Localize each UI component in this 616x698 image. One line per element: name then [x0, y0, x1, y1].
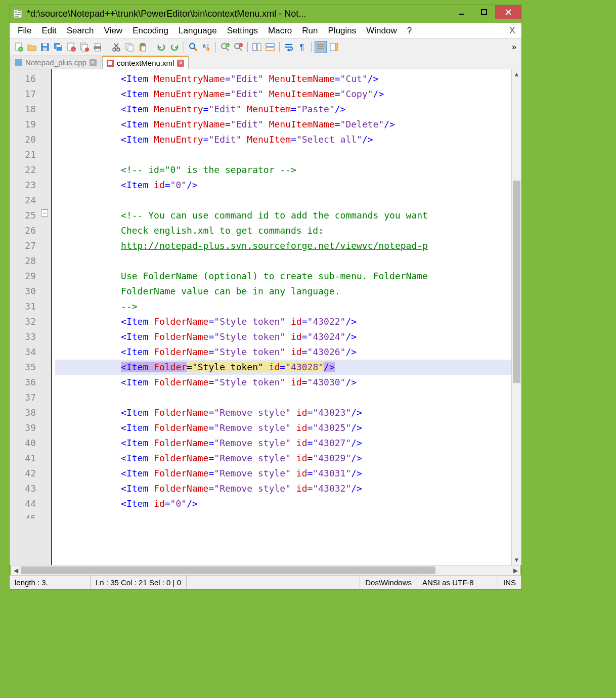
svg-text:a: a	[203, 43, 206, 49]
status-bar: length : 3. Ln : 35 Col : 21 Sel : 0 | 0…	[10, 575, 521, 589]
menu-window[interactable]: Window	[361, 24, 402, 38]
code-content[interactable]: <Item MenuEntryName="Edit" MenuItemName=…	[52, 69, 511, 565]
svg-point-24	[113, 48, 116, 51]
svg-rect-22	[95, 43, 100, 47]
vertical-scrollbar[interactable]: ▲ ▼	[511, 69, 521, 565]
tab-label: Notepad_plus.cpp	[25, 58, 86, 67]
svg-rect-3	[481, 10, 487, 15]
toolbar-separator	[279, 42, 280, 52]
title-bar[interactable]: *d:\source\Notepad++\trunk\PowerEditor\b…	[10, 5, 521, 23]
cut-icon[interactable]	[110, 41, 122, 53]
menu-view[interactable]: View	[99, 24, 128, 38]
indent-guide-icon[interactable]	[315, 41, 327, 53]
maximize-button[interactable]	[473, 5, 495, 19]
doc-map-icon[interactable]	[328, 41, 340, 53]
scroll-down-icon[interactable]: ▼	[512, 555, 521, 565]
svg-rect-23	[95, 49, 100, 51]
tab-close-icon[interactable]: ✕	[90, 59, 97, 66]
menu-file[interactable]: File	[13, 24, 36, 38]
status-position: Ln : 35 Col : 21 Sel : 0 | 0	[91, 576, 187, 589]
print-icon[interactable]	[92, 41, 104, 53]
tab-notepad-plus-cpp[interactable]: Notepad_plus.cpp ✕	[11, 56, 101, 69]
line-number-gutter[interactable]: 1617181920212223242526272829303132333435…	[10, 69, 40, 565]
fold-column[interactable]: −	[40, 69, 51, 565]
toolbar-separator	[215, 42, 216, 52]
replace-icon[interactable]: ab	[200, 41, 212, 53]
wordwrap-icon[interactable]	[283, 41, 295, 53]
menu-encoding[interactable]: Encoding	[127, 24, 173, 38]
copy-icon[interactable]	[123, 41, 136, 53]
open-file-icon[interactable]	[26, 41, 38, 53]
menu-bar: File Edit Search View Encoding Language …	[10, 23, 521, 38]
sync-v-icon[interactable]	[251, 41, 263, 53]
menu-edit[interactable]: Edit	[36, 24, 61, 38]
file-cpp-icon	[15, 59, 22, 66]
sync-h-icon[interactable]	[264, 41, 276, 53]
find-icon[interactable]	[187, 41, 199, 53]
toolbar: + - ab + - ¶ »	[10, 38, 521, 55]
tab-close-icon[interactable]: ✕	[177, 60, 184, 67]
tab-contextmenu-xml[interactable]: contextMenu.xml ✕	[102, 56, 189, 69]
svg-rect-14	[57, 45, 61, 47]
fold-minus-icon[interactable]: −	[41, 209, 48, 216]
status-encoding[interactable]: ANSI as UTF-8	[417, 576, 498, 589]
svg-text:+: +	[19, 47, 22, 52]
menu-close-doc[interactable]: X	[506, 25, 518, 36]
paste-icon[interactable]	[137, 41, 149, 53]
svg-rect-1	[15, 11, 17, 13]
file-modified-icon	[107, 60, 114, 67]
menu-plugins[interactable]: Plugins	[323, 24, 362, 38]
close-all-icon[interactable]	[78, 41, 91, 53]
status-insert-mode[interactable]: INS	[498, 576, 521, 589]
menu-run[interactable]: Run	[297, 24, 323, 38]
tab-bar: Notepad_plus.cpp ✕ contextMenu.xml ✕	[10, 55, 521, 69]
svg-rect-32	[141, 46, 146, 51]
zoom-out-icon[interactable]: -	[232, 41, 244, 53]
close-file-icon[interactable]: -	[65, 41, 77, 53]
new-file-icon[interactable]: +	[13, 41, 25, 53]
tab-label: contextMenu.xml	[117, 59, 174, 67]
svg-line-34	[194, 48, 197, 51]
scroll-track[interactable]	[21, 565, 510, 575]
svg-text:¶: ¶	[300, 43, 304, 52]
menu-search[interactable]: Search	[62, 24, 99, 38]
undo-icon[interactable]	[155, 41, 167, 53]
scroll-thumb[interactable]	[513, 181, 520, 383]
menu-help[interactable]: ?	[402, 24, 417, 38]
svg-rect-29	[128, 45, 133, 51]
status-eol[interactable]: Dos\Windows	[360, 576, 417, 589]
svg-rect-45	[253, 43, 256, 51]
scroll-left-icon[interactable]: ◀	[11, 565, 21, 575]
redo-icon[interactable]	[168, 41, 181, 53]
scroll-thumb[interactable]	[21, 566, 435, 574]
zoom-in-icon[interactable]: +	[219, 41, 231, 53]
svg-point-33	[190, 43, 195, 49]
scroll-up-icon[interactable]: ▲	[512, 69, 521, 79]
svg-point-25	[117, 48, 120, 51]
svg-text:b: b	[206, 46, 209, 52]
menu-language[interactable]: Language	[173, 24, 222, 38]
menu-macro[interactable]: Macro	[263, 24, 297, 38]
toolbar-separator	[247, 42, 248, 52]
svg-rect-53	[330, 43, 335, 51]
show-all-chars-icon[interactable]: ¶	[296, 41, 308, 53]
svg-rect-31	[141, 43, 145, 45]
svg-point-20	[85, 48, 89, 52]
app-icon	[13, 9, 23, 19]
toolbar-overflow-icon[interactable]: »	[510, 42, 518, 52]
toolbar-separator	[311, 42, 312, 52]
svg-text:+: +	[227, 43, 229, 48]
scroll-track[interactable]	[512, 79, 521, 555]
save-icon[interactable]	[39, 41, 51, 53]
scroll-right-icon[interactable]: ▶	[510, 565, 520, 575]
horizontal-scrollbar[interactable]: ◀ ▶	[11, 565, 520, 575]
save-all-icon[interactable]	[52, 41, 64, 53]
svg-text:-: -	[73, 47, 74, 52]
close-button[interactable]	[495, 5, 521, 19]
svg-line-38	[226, 48, 229, 51]
svg-text:-: -	[240, 43, 242, 48]
menu-settings[interactable]: Settings	[222, 24, 263, 38]
toolbar-separator	[184, 42, 184, 52]
minimize-button[interactable]	[451, 5, 473, 19]
svg-rect-55	[15, 59, 22, 66]
